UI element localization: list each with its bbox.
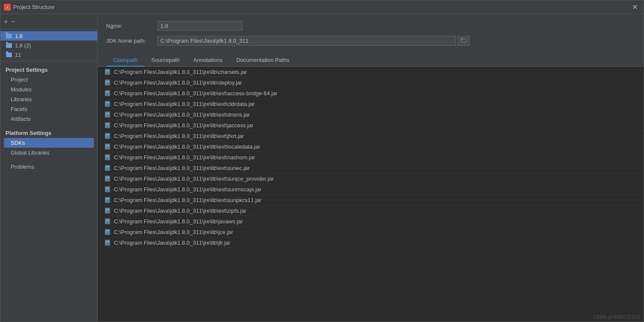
tab-sourcepath[interactable]: Sourcepath — [145, 54, 187, 67]
svg-rect-10 — [106, 81, 109, 82]
svg-rect-60 — [106, 187, 109, 188]
close-button[interactable]: ✕ — [629, 2, 640, 12]
jar-icon — [104, 154, 110, 161]
tab-classpath-label: Classpath — [113, 57, 138, 63]
project-settings-section: Project Settings Project Modules Librari… — [0, 61, 97, 125]
classpath-item[interactable]: C:\Program Files\Java\jdk1.8.0_311\jre\l… — [98, 88, 644, 99]
platform-settings-header: Platform Settings — [4, 128, 94, 138]
jar-icon — [104, 186, 110, 193]
classpath-item[interactable]: C:\Program Files\Java\jdk1.8.0_311\jre\l… — [98, 77, 644, 88]
svg-rect-50 — [106, 166, 109, 167]
svg-rect-64 — [105, 197, 110, 203]
tab-annotations[interactable]: Annotations — [186, 54, 229, 67]
classpath-item[interactable]: C:\Program Files\Java\jdk1.8.0_311\jre\l… — [98, 109, 644, 120]
svg-rect-5 — [106, 70, 109, 71]
classpath-path: C:\Program Files\Java\jdk1.8.0_311\jre\l… — [114, 218, 243, 225]
classpath-path: C:\Program Files\Java\jdk1.8.0_311\jre\l… — [114, 229, 233, 235]
fields-area: Name: JDK home path: — [98, 14, 644, 54]
sidebar-item-artifacts[interactable]: Artifacts — [4, 114, 94, 124]
sdk-item-11[interactable]: 11 — [0, 50, 97, 59]
remove-sdk-button[interactable]: − — [11, 18, 15, 25]
svg-rect-52 — [106, 168, 108, 169]
svg-rect-87 — [106, 243, 108, 243]
classpath-item[interactable]: C:\Program Files\Java\jdk1.8.0_311\jre\l… — [98, 67, 644, 77]
tab-classpath[interactable]: Classpath — [106, 54, 145, 67]
sidebar-item-modules[interactable]: Modules — [4, 85, 94, 94]
classpath-item[interactable]: C:\Program Files\Java\jdk1.8.0_311\jre\l… — [98, 120, 644, 131]
add-sdk-button[interactable]: + — [4, 18, 8, 25]
jar-icon — [104, 207, 110, 214]
classpath-item[interactable]: C:\Program Files\Java\jdk1.8.0_311\jre\l… — [98, 99, 644, 109]
svg-rect-36 — [106, 135, 109, 136]
sidebar-item-project[interactable]: Project — [4, 75, 94, 85]
classpath-item[interactable]: C:\Program Files\Java\jdk1.8.0_311\jre\l… — [98, 141, 644, 152]
sidebar-item-problems[interactable]: Problems — [4, 162, 94, 172]
classpath-path: C:\Program Files\Java\jdk1.8.0_311\jre\l… — [114, 122, 253, 129]
sidebar-item-libraries[interactable]: Libraries — [4, 94, 94, 104]
classpath-path: C:\Program Files\Java\jdk1.8.0_311\jre\l… — [114, 79, 242, 86]
svg-rect-11 — [106, 82, 109, 82]
sidebar-item-sdks[interactable]: SDKs — [4, 138, 94, 148]
classpath-item[interactable]: C:\Program Files\Java\jdk1.8.0_311\jre\l… — [98, 195, 644, 205]
svg-rect-31 — [106, 125, 109, 125]
jar-icon — [104, 132, 110, 139]
tab-sourcepath-label: Sourcepath — [151, 57, 180, 63]
name-input[interactable] — [157, 21, 243, 31]
jdk-path-input[interactable] — [157, 36, 456, 46]
sdk-folder-icon-2 — [6, 42, 12, 49]
browse-button[interactable] — [458, 36, 470, 46]
main-panel: Name: JDK home path: — [98, 14, 644, 322]
classpath-path: C:\Program Files\Java\jdk1.8.0_311\jre\l… — [114, 154, 255, 161]
classpath-item[interactable]: C:\Program Files\Java\jdk1.8.0_311\jre\l… — [98, 131, 644, 141]
classpath-item[interactable]: C:\Program Files\Java\jdk1.8.0_311\jre\l… — [98, 205, 644, 216]
classpath-item[interactable]: C:\Program Files\Java\jdk1.8.0_311\jre\l… — [98, 163, 644, 173]
tab-documentation-paths[interactable]: Documentation Paths — [229, 54, 296, 67]
svg-rect-84 — [105, 240, 110, 246]
svg-rect-27 — [106, 115, 108, 115]
svg-rect-39 — [105, 144, 110, 149]
sdk-item-18[interactable]: 1.8 — [0, 31, 97, 41]
svg-rect-58 — [105, 176, 110, 176]
jar-icon — [104, 164, 110, 171]
svg-rect-6 — [106, 71, 109, 72]
classpath-item[interactable]: C:\Program Files\Java\jdk1.8.0_311\jre\l… — [98, 227, 644, 237]
svg-rect-55 — [106, 177, 109, 178]
classpath-path: C:\Program Files\Java\jdk1.8.0_311\jre\l… — [114, 69, 247, 75]
sidebar-item-facets[interactable]: Facets — [4, 104, 94, 114]
svg-rect-63 — [105, 186, 110, 187]
svg-rect-24 — [105, 112, 110, 117]
svg-rect-74 — [105, 219, 110, 224]
svg-rect-19 — [105, 101, 110, 107]
classpath-item[interactable]: C:\Program Files\Java\jdk1.8.0_311\jre\l… — [98, 216, 644, 227]
classpath-list: C:\Program Files\Java\jdk1.8.0_311\jre\l… — [98, 67, 644, 322]
sdk-label-18-2: 1.8 (2) — [15, 42, 31, 49]
watermark: CSDN @溜溜打工日记 — [593, 314, 641, 320]
classpath-path: C:\Program Files\Java\jdk1.8.0_311\jre\l… — [114, 101, 255, 107]
classpath-item[interactable]: C:\Program Files\Java\jdk1.8.0_311\jre\l… — [98, 173, 644, 184]
svg-rect-23 — [105, 101, 110, 102]
project-structure-window: I Project Structure ✕ + − 1.8 — [0, 0, 644, 322]
jar-icon — [104, 196, 110, 203]
sidebar-item-global-libraries[interactable]: Global Libraries — [4, 148, 94, 158]
svg-rect-14 — [105, 91, 110, 96]
sdk-item-18-2[interactable]: 1.8 (2) — [0, 41, 97, 50]
project-nav-label: Project — [11, 76, 28, 83]
svg-rect-15 — [106, 91, 109, 92]
svg-rect-76 — [106, 221, 109, 221]
classpath-path: C:\Program Files\Java\jdk1.8.0_311\jre\l… — [114, 133, 244, 139]
svg-rect-47 — [106, 158, 108, 158]
jar-icon — [104, 100, 110, 107]
jar-icon — [104, 90, 110, 97]
classpath-item[interactable]: C:\Program Files\Java\jdk1.8.0_311\jre\l… — [98, 237, 644, 248]
svg-rect-77 — [106, 222, 108, 222]
classpath-item[interactable]: C:\Program Files\Java\jdk1.8.0_311\jre\l… — [98, 184, 644, 195]
titlebar: I Project Structure ✕ — [0, 0, 644, 14]
svg-rect-35 — [106, 134, 109, 135]
modules-nav-label: Modules — [11, 86, 32, 93]
svg-rect-82 — [106, 232, 108, 233]
svg-text:I: I — [7, 6, 8, 9]
name-label: Name: — [106, 23, 157, 29]
svg-rect-51 — [106, 167, 109, 168]
svg-rect-21 — [106, 103, 109, 104]
classpath-item[interactable]: C:\Program Files\Java\jdk1.8.0_311\jre\l… — [98, 152, 644, 163]
